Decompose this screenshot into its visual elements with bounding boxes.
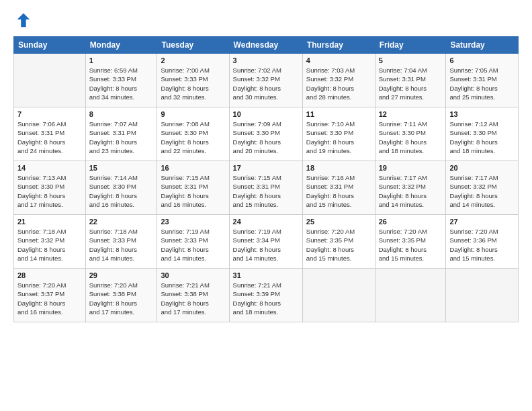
day-number: 19	[379, 164, 443, 172]
calendar-cell: 4Sunrise: 7:03 AM Sunset: 3:32 PM Daylig…	[302, 54, 375, 107]
day-info: Sunrise: 7:17 AM Sunset: 3:32 PM Dayligh…	[449, 173, 515, 209]
day-info: Sunrise: 7:06 AM Sunset: 3:31 PM Dayligh…	[17, 120, 82, 155]
day-header-thursday: Thursday	[302, 37, 375, 54]
day-info: Sunrise: 7:16 AM Sunset: 3:31 PM Dayligh…	[306, 173, 371, 209]
day-number: 5	[379, 56, 443, 64]
day-number: 28	[17, 271, 82, 279]
calendar-cell	[302, 269, 375, 322]
calendar-cell: 5Sunrise: 7:04 AM Sunset: 3:31 PM Daylig…	[375, 54, 446, 107]
day-number: 30	[161, 271, 225, 279]
day-number: 9	[161, 110, 225, 118]
calendar-cell: 25Sunrise: 7:20 AM Sunset: 3:35 PM Dayli…	[302, 215, 375, 269]
day-info: Sunrise: 7:08 AM Sunset: 3:30 PM Dayligh…	[161, 120, 225, 155]
day-number: 1	[89, 56, 154, 64]
calendar-cell	[446, 269, 519, 322]
calendar-cell: 22Sunrise: 7:18 AM Sunset: 3:33 PM Dayli…	[85, 215, 157, 269]
day-info: Sunrise: 7:15 AM Sunset: 3:31 PM Dayligh…	[233, 173, 299, 209]
day-number: 16	[161, 164, 225, 172]
day-info: Sunrise: 7:18 AM Sunset: 3:32 PM Dayligh…	[17, 227, 82, 263]
day-number: 4	[306, 56, 371, 64]
day-number: 29	[89, 271, 154, 279]
week-row-3: 21Sunrise: 7:18 AM Sunset: 3:32 PM Dayli…	[14, 215, 519, 269]
logo	[13, 11, 35, 30]
day-number: 24	[233, 218, 299, 226]
day-info: Sunrise: 7:20 AM Sunset: 3:37 PM Dayligh…	[17, 281, 82, 316]
day-number: 10	[233, 110, 299, 118]
header	[13, 11, 519, 30]
day-number: 13	[449, 110, 515, 118]
day-number: 22	[89, 218, 154, 226]
calendar-cell: 15Sunrise: 7:14 AM Sunset: 3:30 PM Dayli…	[85, 161, 157, 215]
day-number: 7	[17, 110, 82, 118]
day-number: 11	[306, 110, 371, 118]
day-number: 15	[89, 164, 154, 172]
calendar-cell: 31Sunrise: 7:21 AM Sunset: 3:39 PM Dayli…	[229, 269, 302, 322]
day-number: 20	[449, 164, 515, 172]
calendar-cell: 12Sunrise: 7:11 AM Sunset: 3:30 PM Dayli…	[375, 107, 446, 161]
day-info: Sunrise: 6:59 AM Sunset: 3:33 PM Dayligh…	[89, 66, 154, 101]
calendar-cell: 24Sunrise: 7:19 AM Sunset: 3:34 PM Dayli…	[229, 215, 302, 269]
day-number: 17	[233, 164, 299, 172]
week-row-0: 1Sunrise: 6:59 AM Sunset: 3:33 PM Daylig…	[14, 54, 519, 107]
day-info: Sunrise: 7:07 AM Sunset: 3:31 PM Dayligh…	[89, 120, 154, 155]
day-info: Sunrise: 7:17 AM Sunset: 3:32 PM Dayligh…	[379, 173, 443, 209]
day-number: 2	[161, 56, 225, 64]
calendar-cell: 7Sunrise: 7:06 AM Sunset: 3:31 PM Daylig…	[14, 107, 86, 161]
calendar-cell: 6Sunrise: 7:05 AM Sunset: 3:31 PM Daylig…	[446, 54, 519, 107]
calendar-cell: 13Sunrise: 7:12 AM Sunset: 3:30 PM Dayli…	[446, 107, 519, 161]
day-number: 26	[379, 218, 443, 226]
day-info: Sunrise: 7:20 AM Sunset: 3:35 PM Dayligh…	[379, 227, 443, 263]
calendar-cell: 21Sunrise: 7:18 AM Sunset: 3:32 PM Dayli…	[14, 215, 86, 269]
calendar-cell: 29Sunrise: 7:20 AM Sunset: 3:38 PM Dayli…	[85, 269, 157, 322]
day-header-sunday: Sunday	[14, 37, 86, 54]
page: SundayMondayTuesdayWednesdayThursdayFrid…	[0, 0, 532, 411]
day-number: 18	[306, 164, 371, 172]
calendar-cell	[14, 54, 86, 107]
calendar-cell: 10Sunrise: 7:09 AM Sunset: 3:30 PM Dayli…	[229, 107, 302, 161]
day-number: 8	[89, 110, 154, 118]
calendar-cell: 11Sunrise: 7:10 AM Sunset: 3:30 PM Dayli…	[302, 107, 375, 161]
calendar-cell: 3Sunrise: 7:02 AM Sunset: 3:32 PM Daylig…	[229, 54, 302, 107]
calendar-cell: 23Sunrise: 7:19 AM Sunset: 3:33 PM Dayli…	[157, 215, 229, 269]
logo-icon	[13, 11, 32, 30]
calendar-cell: 26Sunrise: 7:20 AM Sunset: 3:35 PM Dayli…	[375, 215, 446, 269]
day-header-row: SundayMondayTuesdayWednesdayThursdayFrid…	[14, 37, 519, 54]
day-header-wednesday: Wednesday	[229, 37, 302, 54]
calendar-cell: 18Sunrise: 7:16 AM Sunset: 3:31 PM Dayli…	[302, 161, 375, 215]
day-number: 25	[306, 218, 371, 226]
calendar-cell: 14Sunrise: 7:13 AM Sunset: 3:30 PM Dayli…	[14, 161, 86, 215]
day-number: 6	[449, 56, 515, 64]
day-info: Sunrise: 7:20 AM Sunset: 3:36 PM Dayligh…	[449, 227, 515, 263]
day-info: Sunrise: 7:20 AM Sunset: 3:35 PM Dayligh…	[306, 227, 371, 263]
day-info: Sunrise: 7:04 AM Sunset: 3:31 PM Dayligh…	[379, 66, 443, 101]
day-header-saturday: Saturday	[446, 37, 519, 54]
day-number: 31	[233, 271, 299, 279]
day-info: Sunrise: 7:10 AM Sunset: 3:30 PM Dayligh…	[306, 120, 371, 155]
day-header-monday: Monday	[85, 37, 157, 54]
calendar-cell	[375, 269, 446, 322]
day-number: 12	[379, 110, 443, 118]
day-header-friday: Friday	[375, 37, 446, 54]
calendar-cell: 8Sunrise: 7:07 AM Sunset: 3:31 PM Daylig…	[85, 107, 157, 161]
week-row-1: 7Sunrise: 7:06 AM Sunset: 3:31 PM Daylig…	[14, 107, 519, 161]
calendar-cell: 28Sunrise: 7:20 AM Sunset: 3:37 PM Dayli…	[14, 269, 86, 322]
calendar: SundayMondayTuesdayWednesdayThursdayFrid…	[13, 36, 519, 322]
day-info: Sunrise: 7:03 AM Sunset: 3:32 PM Dayligh…	[306, 66, 371, 101]
day-info: Sunrise: 7:20 AM Sunset: 3:38 PM Dayligh…	[89, 281, 154, 316]
day-info: Sunrise: 7:00 AM Sunset: 3:33 PM Dayligh…	[161, 66, 225, 101]
day-number: 14	[17, 164, 82, 172]
day-number: 3	[233, 56, 299, 64]
day-info: Sunrise: 7:14 AM Sunset: 3:30 PM Dayligh…	[89, 173, 154, 209]
day-info: Sunrise: 7:15 AM Sunset: 3:31 PM Dayligh…	[161, 173, 225, 209]
calendar-cell: 9Sunrise: 7:08 AM Sunset: 3:30 PM Daylig…	[157, 107, 229, 161]
calendar-cell: 17Sunrise: 7:15 AM Sunset: 3:31 PM Dayli…	[229, 161, 302, 215]
day-info: Sunrise: 7:21 AM Sunset: 3:39 PM Dayligh…	[233, 281, 299, 316]
day-info: Sunrise: 7:11 AM Sunset: 3:30 PM Dayligh…	[379, 120, 443, 155]
calendar-cell: 30Sunrise: 7:21 AM Sunset: 3:38 PM Dayli…	[157, 269, 229, 322]
day-info: Sunrise: 7:05 AM Sunset: 3:31 PM Dayligh…	[449, 66, 515, 101]
day-number: 27	[449, 218, 515, 226]
day-info: Sunrise: 7:09 AM Sunset: 3:30 PM Dayligh…	[233, 120, 299, 155]
svg-marker-0	[17, 13, 30, 28]
week-row-4: 28Sunrise: 7:20 AM Sunset: 3:37 PM Dayli…	[14, 269, 519, 322]
day-info: Sunrise: 7:13 AM Sunset: 3:30 PM Dayligh…	[17, 173, 82, 209]
